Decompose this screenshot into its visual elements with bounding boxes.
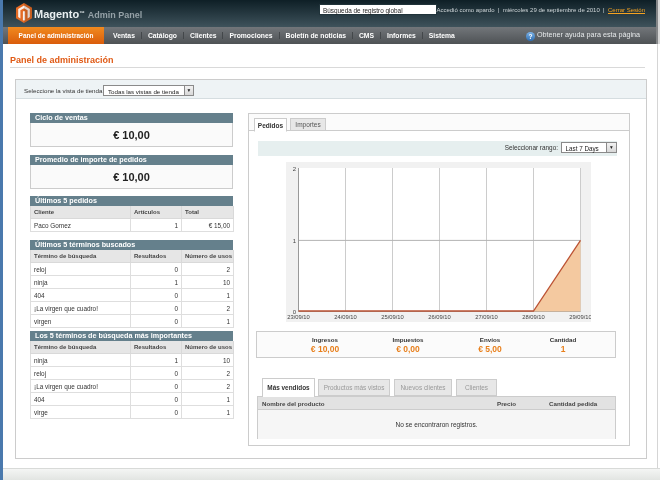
svg-text:25/09/10: 25/09/10 (381, 314, 404, 320)
svg-text:26/09/10: 26/09/10 (428, 314, 451, 320)
svg-text:23/09/10: 23/09/10 (287, 314, 310, 320)
svg-text:27/09/10: 27/09/10 (475, 314, 498, 320)
svg-text:24/09/10: 24/09/10 (334, 314, 357, 320)
svg-text:28/09/10: 28/09/10 (522, 314, 545, 320)
svg-text:29/09/10: 29/09/10 (569, 314, 591, 320)
